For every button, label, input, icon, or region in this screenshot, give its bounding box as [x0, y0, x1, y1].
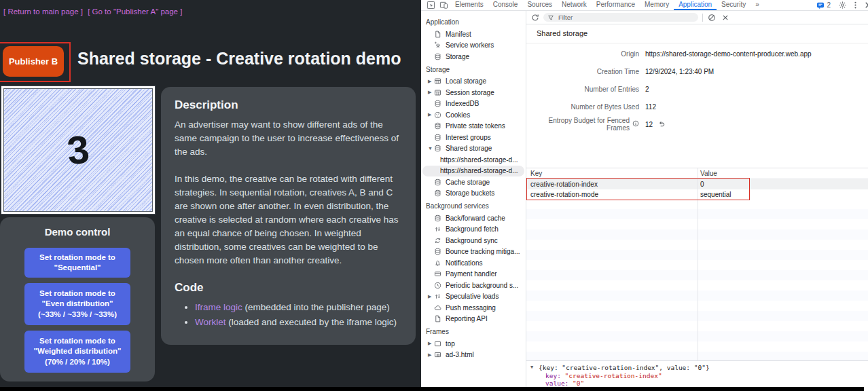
publisher-a-link[interactable]: [ Go to "Publisher A" page ]	[88, 7, 182, 16]
issues-count: 2	[827, 1, 831, 9]
sidebar-item-cookies[interactable]: ▶Cookies	[421, 109, 526, 121]
metadata-row-entropy-budget-for-fenced-frames: Entropy Budget for Fenced Frames12	[526, 115, 868, 133]
refresh-icon[interactable]	[531, 14, 539, 22]
database-icon	[434, 122, 441, 130]
metadata-label-text: Number of Entries	[584, 86, 639, 93]
settings-gear-icon[interactable]	[838, 1, 847, 10]
more-options-kebab-icon[interactable]	[851, 1, 860, 10]
inspect-element-icon[interactable]	[427, 1, 435, 10]
sidebar-item-https-shared-storage-d[interactable]: https://shared-storage-d...	[421, 154, 526, 166]
sidebar-item-push-messaging[interactable]: Push messaging	[421, 302, 526, 314]
preview-entry-name: key:	[545, 372, 565, 379]
tab-console[interactable]: Console	[488, 0, 523, 10]
metadata-value: 12/9/2024, 1:23:40 PM	[645, 68, 714, 75]
return-to-main-link[interactable]: [ Return to main page ]	[3, 7, 83, 16]
metadata-label: Number of Bytes Used	[526, 103, 639, 111]
code-link-list: Iframe logic (embedded into the publishe…	[175, 301, 402, 329]
tab-application[interactable]: Application	[674, 0, 717, 10]
document-icon	[434, 31, 441, 38]
close-devtools-icon[interactable]	[864, 1, 868, 10]
tab-performance[interactable]: Performance	[592, 0, 640, 10]
sidebar-item-private-state-tokens[interactable]: Private state tokens	[421, 121, 526, 132]
tab-network[interactable]: Network	[557, 0, 592, 10]
sidebar-item-label: Back/forward cache	[446, 215, 505, 222]
device-toolbar-icon[interactable]	[439, 1, 448, 10]
tree-arrow-icon[interactable]: ▶	[428, 341, 434, 346]
metadata-label-text: Origin	[621, 50, 639, 58]
code-link-caption: (embedded into the publisher page)	[242, 302, 390, 312]
tree-arrow-icon[interactable]: ▶	[428, 352, 434, 358]
panel-section-title: Shared storage	[526, 24, 868, 43]
sidebar-item-storage[interactable]: Storage	[421, 51, 526, 62]
expand-triangle-icon[interactable]: ▼	[530, 364, 539, 372]
rotation-mode-button-1[interactable]: Set rotation mode to "Sequential"	[24, 248, 130, 278]
publisher-badge-annotation-box: Publisher B	[0, 42, 71, 82]
sidebar-item-back-forward-cache[interactable]: Back/forward cache	[421, 212, 526, 224]
database-icon	[434, 100, 441, 107]
transfer-icon	[434, 293, 441, 300]
sidebar-item-indexeddb[interactable]: IndexedDB	[421, 98, 526, 110]
database-icon	[434, 179, 441, 186]
database-icon	[434, 215, 441, 222]
database-icon	[434, 134, 441, 141]
code-link-iframe-logic[interactable]: Iframe logic	[195, 302, 242, 312]
tree-arrow-icon[interactable]: ▶	[428, 79, 434, 84]
tab-security[interactable]: Security	[717, 0, 751, 10]
cookie-icon	[434, 111, 441, 119]
metadata-value: 112	[645, 103, 656, 111]
filter-field[interactable]	[543, 13, 698, 22]
sidebar-item-shared-storage[interactable]: ▼Shared storage	[421, 143, 526, 155]
preview-summary: {key: "creative-rotation-index", value: …	[539, 364, 710, 372]
sidebar-item-top[interactable]: ▶top	[421, 338, 526, 350]
tree-arrow-icon[interactable]: ▶	[428, 90, 434, 95]
code-link-worklet[interactable]: Worklet	[195, 317, 226, 327]
ad-creative-number: 3	[65, 129, 91, 170]
sidebar-item-https-shared-storage-d[interactable]: https://shared-storage-d...	[422, 166, 524, 177]
filter-input[interactable]	[557, 13, 675, 22]
tab-elements[interactable]: Elements	[450, 0, 488, 10]
tree-arrow-icon[interactable]: ▶	[428, 294, 434, 299]
info-icon[interactable]	[632, 120, 639, 128]
sidebar-item-notifications[interactable]: Notifications	[421, 257, 526, 269]
rotation-mode-button-3[interactable]: Set rotation mode to "Weighted distribut…	[24, 331, 130, 373]
sidebar-item-interest-groups[interactable]: Interest groups	[421, 132, 526, 143]
panel-toolbar	[526, 11, 868, 24]
reset-budget-icon[interactable]	[658, 120, 666, 129]
sidebar-item-payment-handler[interactable]: Payment handler	[421, 269, 526, 280]
tab-more[interactable]: »	[751, 0, 764, 10]
sidebar-item-background-sync[interactable]: Background sync	[421, 235, 526, 246]
sidebar-item-background-fetch[interactable]: Background fetch	[421, 224, 526, 236]
sidebar-item-speculative-loads[interactable]: ▶Speculative loads	[421, 291, 526, 303]
sidebar-item-periodic-background-s[interactable]: Periodic background s...	[421, 280, 526, 291]
preview-entry: value: "0"	[530, 379, 868, 388]
delete-selected-icon[interactable]	[721, 14, 729, 22]
sidebar-item-label: https://shared-storage-d...	[440, 156, 518, 164]
document-icon	[434, 315, 441, 322]
issues-button[interactable]: 2	[816, 1, 831, 10]
sidebar-item-reporting-api[interactable]: Reporting API	[421, 314, 526, 325]
column-divider	[698, 168, 698, 360]
sidebar-item-bounce-tracking-mitiga[interactable]: Bounce tracking mitiga...	[421, 246, 526, 258]
tab-sources[interactable]: Sources	[522, 0, 557, 10]
tab-memory[interactable]: Memory	[640, 0, 674, 10]
tree-arrow-icon[interactable]: ▶	[428, 112, 434, 117]
sidebar-item-ad-3-html[interactable]: ▶ad-3.html	[421, 350, 526, 361]
sidebar-section-storage: Storage	[421, 62, 526, 76]
code-list-item: Worklet (loaded and executed by the ifra…	[195, 316, 402, 329]
key-column-header: Key	[526, 170, 698, 177]
screen: [ Return to main page ] [ Go to "Publish…	[0, 0, 868, 391]
toolbar-separator	[702, 14, 703, 22]
sidebar-item-session-storage[interactable]: ▶Session storage	[421, 87, 526, 98]
rotation-mode-button-2[interactable]: Set rotation mode to "Even distribution"…	[24, 283, 130, 325]
sidebar-item-local-storage[interactable]: ▶Local storage	[421, 76, 526, 88]
clear-entries-icon[interactable]	[708, 14, 716, 22]
sidebar-item-label: Payment handler	[446, 270, 497, 278]
sidebar-item-storage-buckets[interactable]: Storage buckets	[421, 188, 526, 200]
sidebar-item-service-workers[interactable]: Service workers	[421, 40, 526, 52]
metadata-label-text: Number of Bytes Used	[571, 103, 639, 111]
cell-value: sequential	[698, 191, 731, 198]
tree-arrow-icon[interactable]: ▼	[428, 146, 434, 151]
sidebar-item-manifest[interactable]: Manifest	[421, 29, 526, 40]
sidebar-item-cache-storage[interactable]: Cache storage	[421, 176, 526, 188]
funnel-icon	[547, 14, 554, 21]
